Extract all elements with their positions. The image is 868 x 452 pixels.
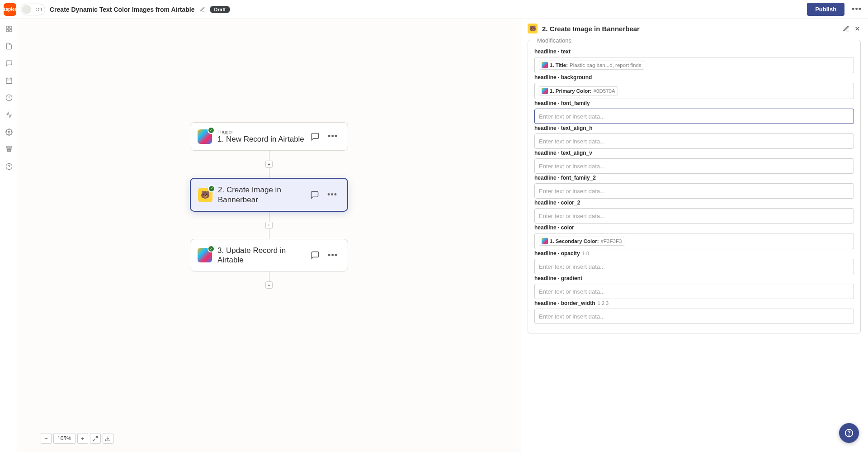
- file-icon[interactable]: [5, 42, 14, 51]
- text-input[interactable]: [539, 113, 849, 120]
- modifications-fieldset: Modifications headline · text1. Title: P…: [528, 40, 861, 333]
- connector: +: [190, 212, 348, 239]
- step-actions: •••: [310, 190, 340, 200]
- check-icon: ✓: [208, 185, 215, 192]
- panel-edit-icon[interactable]: [843, 25, 849, 32]
- zoom-controls: − 105% +: [41, 433, 113, 444]
- field-label: headline · opacity 1.0: [534, 250, 854, 257]
- calendar-icon[interactable]: [5, 76, 14, 85]
- zoom-fit-button[interactable]: [90, 433, 101, 444]
- step-more-icon[interactable]: •••: [325, 251, 340, 260]
- field-input[interactable]: [534, 284, 854, 299]
- zap-toggle[interactable]: Off: [21, 4, 45, 15]
- field-input[interactable]: [534, 183, 854, 199]
- step-small-label: Trigger: [217, 129, 305, 134]
- field-4: headline · text_align_v: [534, 150, 854, 174]
- zoom-in-button[interactable]: +: [77, 433, 88, 444]
- zapier-logo[interactable]: zapier: [4, 3, 16, 16]
- step-card-1[interactable]: ✓ Trigger 1. New Record in Airtable •••: [190, 122, 348, 151]
- help-fab[interactable]: [839, 423, 859, 443]
- field-5: headline · font_family_2: [534, 175, 854, 199]
- field-input[interactable]: [534, 158, 854, 174]
- field-label-hint: 1 2 3: [596, 300, 609, 306]
- step-card-3[interactable]: ✓ 3. Update Record in Airtable •••: [190, 239, 348, 272]
- step-actions: •••: [311, 251, 340, 260]
- field-label: headline · text_align_v: [534, 150, 854, 156]
- step-comment-icon[interactable]: [310, 190, 319, 200]
- step-title: 3. Update Record in Airtable: [217, 246, 305, 265]
- settings-icon[interactable]: [5, 128, 14, 137]
- svg-rect-4: [6, 78, 12, 84]
- step-text: 2. Create Image in Bannerbear: [218, 185, 305, 205]
- step-text: Trigger 1. New Record in Airtable: [217, 129, 305, 144]
- pill-label: 1. Secondary Color:: [550, 238, 599, 244]
- field-label: headline · border_width 1 2 3: [534, 300, 854, 306]
- svg-line-16: [93, 439, 95, 441]
- add-step-button[interactable]: +: [265, 161, 273, 168]
- field-input[interactable]: [534, 309, 854, 324]
- panel-body[interactable]: Modifications headline · text1. Title: P…: [520, 38, 868, 452]
- help-icon[interactable]: [5, 162, 14, 171]
- zoom-out-button[interactable]: −: [41, 433, 52, 444]
- svg-rect-10: [6, 147, 12, 148]
- edit-title-icon[interactable]: [199, 6, 205, 12]
- header-more-icon[interactable]: •••: [849, 5, 864, 14]
- step-comment-icon[interactable]: [311, 132, 320, 141]
- text-input[interactable]: [539, 288, 849, 295]
- activity-icon[interactable]: [5, 110, 14, 119]
- export-button[interactable]: [103, 433, 113, 444]
- data-pill[interactable]: 1. Primary Color: #0D570A: [539, 86, 618, 95]
- text-input[interactable]: [539, 163, 849, 170]
- archive-icon[interactable]: [5, 145, 14, 154]
- text-input[interactable]: [539, 313, 849, 320]
- add-step-button[interactable]: +: [265, 222, 273, 229]
- step-title: 1. New Record in Airtable: [217, 134, 305, 144]
- airtable-icon: [542, 88, 548, 94]
- add-step-button[interactable]: +: [265, 281, 273, 289]
- field-input[interactable]: 1. Primary Color: #0D570A: [534, 83, 854, 99]
- field-10: headline · border_width 1 2 3: [534, 300, 854, 324]
- field-input[interactable]: [534, 208, 854, 224]
- steps-container: ✓ Trigger 1. New Record in Airtable ••• …: [190, 122, 348, 289]
- field-3: headline · text_align_h: [534, 125, 854, 149]
- apps-icon[interactable]: [5, 24, 14, 33]
- workflow-canvas[interactable]: ✓ Trigger 1. New Record in Airtable ••• …: [18, 19, 520, 452]
- panel-header: 🐻 2. Create Image in Bannerbear: [520, 19, 868, 38]
- text-input[interactable]: [539, 138, 849, 145]
- text-input[interactable]: [539, 188, 849, 195]
- toggle-knob: [22, 5, 31, 14]
- field-input[interactable]: 1. Secondary Color: #F3F3F3: [534, 233, 854, 249]
- field-input[interactable]: [534, 259, 854, 274]
- step-more-icon[interactable]: •••: [325, 132, 340, 141]
- data-pill[interactable]: 1. Secondary Color: #F3F3F3: [539, 237, 624, 246]
- step-config-panel: 🐻 2. Create Image in Bannerbear Modifica…: [520, 19, 868, 452]
- connector: +: [190, 151, 348, 178]
- field-label: headline · font_family: [534, 100, 854, 106]
- svg-rect-0: [6, 26, 9, 29]
- step-more-icon[interactable]: •••: [325, 190, 340, 200]
- step-comment-icon[interactable]: [311, 251, 320, 260]
- step-card-2[interactable]: 🐻 ✓ 2. Create Image in Bannerbear •••: [190, 178, 348, 212]
- text-input[interactable]: [539, 213, 849, 219]
- panel-header-icons: [843, 25, 861, 32]
- field-input[interactable]: [534, 109, 854, 124]
- field-label: headline · color: [534, 224, 854, 231]
- header-left: zapier Off Create Dynamic Text Color Ima…: [4, 3, 230, 16]
- zoom-level[interactable]: 105%: [53, 433, 75, 444]
- field-label: headline · text: [534, 48, 854, 55]
- svg-point-21: [849, 435, 849, 435]
- data-pill[interactable]: 1. Title: Plastic bag ban...d, report fi…: [539, 61, 644, 70]
- panel-close-icon[interactable]: [854, 25, 861, 32]
- fieldset-legend: Modifications: [534, 38, 574, 44]
- comment-icon[interactable]: [5, 59, 14, 68]
- field-6: headline · color_2: [534, 200, 854, 224]
- publish-button[interactable]: Publish: [807, 3, 844, 16]
- left-sidebar: [0, 19, 18, 452]
- field-input[interactable]: [534, 133, 854, 149]
- field-input[interactable]: 1. Title: Plastic bag ban...d, report fi…: [534, 57, 854, 73]
- clock-icon[interactable]: [5, 93, 14, 102]
- connector-line: [269, 271, 269, 281]
- text-input[interactable]: [539, 263, 849, 270]
- connector-line: [269, 168, 269, 178]
- field-9: headline · gradient: [534, 275, 854, 299]
